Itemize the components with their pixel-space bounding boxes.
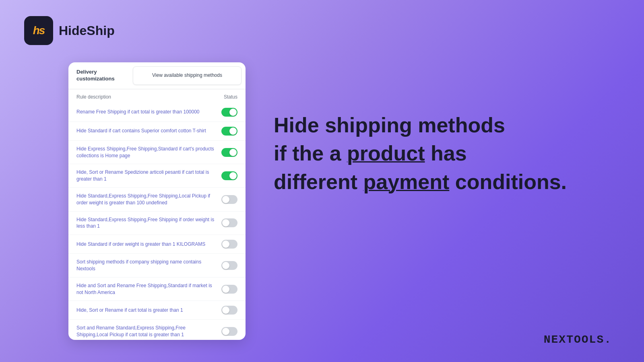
toggle-switch[interactable] xyxy=(221,195,237,204)
app-name: HideShip xyxy=(59,23,115,38)
table-header: Rule description Status xyxy=(68,89,246,103)
toggle-switch[interactable] xyxy=(221,261,237,270)
rule-text[interactable]: Hide, Sort or Rename if cart total is gr… xyxy=(76,307,221,314)
table-row: Hide Standard,Express Shipping,Free Ship… xyxy=(68,188,246,212)
rule-text[interactable]: Hide Express Shipping,Free Shipping,Stan… xyxy=(76,146,221,159)
hero-text: Hide shipping methods if the a product h… xyxy=(274,113,612,197)
app-header: hs HideShip xyxy=(24,16,115,45)
toggle-switch[interactable] xyxy=(221,108,237,117)
toggle-switch[interactable] xyxy=(221,240,237,249)
toggle-switch[interactable] xyxy=(221,306,237,315)
logo-box: hs xyxy=(24,16,53,45)
table-row: Hide and Sort and Rename Free Shipping,S… xyxy=(68,278,246,301)
rules-list: Rename Free Shipping if cart total is gr… xyxy=(68,103,246,340)
tab-view-methods[interactable]: View available shipping methods xyxy=(133,66,242,85)
table-row: Rename Free Shipping if cart total is gr… xyxy=(68,103,246,122)
table-row: Hide Standard if order weight is greater… xyxy=(68,235,246,254)
rule-text[interactable]: Hide and Sort and Rename Free Shipping,S… xyxy=(76,282,221,296)
col-status: Status xyxy=(224,94,237,100)
hero-line-3: different payment conditions. xyxy=(274,169,612,194)
rule-text[interactable]: Hide Standard,Express Shipping,Free Ship… xyxy=(76,193,221,206)
rule-text[interactable]: Hide Standard if cart contains Superior … xyxy=(76,128,221,134)
main-card: Delivery customizations View available s… xyxy=(68,62,246,340)
logo-text: hs xyxy=(33,24,45,37)
table-row: Sort shipping methods if company shippin… xyxy=(68,254,246,278)
nextools-logo: NEXTOOLS. xyxy=(544,333,612,346)
toggle-switch[interactable] xyxy=(221,327,237,336)
toggle-switch[interactable] xyxy=(221,148,237,157)
rule-text[interactable]: Hide Standard,Express Shipping,Free Ship… xyxy=(76,216,221,230)
rule-text[interactable]: Hide, Sort or Rename Spedizione articoli… xyxy=(76,169,221,183)
col-rule-description: Rule description xyxy=(76,94,111,100)
rule-text[interactable]: Rename Free Shipping if cart total is gr… xyxy=(76,109,221,115)
toggle-switch[interactable] xyxy=(221,127,237,136)
table-row: Hide Standard,Express Shipping,Free Ship… xyxy=(68,212,246,235)
rule-text[interactable]: Sort shipping methods if company shippin… xyxy=(76,259,221,272)
rule-text[interactable]: Hide Standard if order weight is greater… xyxy=(76,241,221,248)
toggle-switch[interactable] xyxy=(221,285,237,294)
toggle-switch[interactable] xyxy=(221,218,237,227)
table-row: Sort and Rename Standard,Express Shippin… xyxy=(68,320,246,340)
table-row: Hide Express Shipping,Free Shipping,Stan… xyxy=(68,141,246,165)
hero-line-2: if the a product has xyxy=(274,141,612,166)
tab-header: Delivery customizations View available s… xyxy=(68,62,246,89)
hero-line-1: Hide shipping methods xyxy=(274,113,612,138)
toggle-switch[interactable] xyxy=(221,171,237,180)
table-row: Hide, Sort or Rename if cart total is gr… xyxy=(68,301,246,320)
table-row: Hide, Sort or Rename Spedizione articoli… xyxy=(68,164,246,188)
table-row: Hide Standard if cart contains Superior … xyxy=(68,122,246,141)
rule-text[interactable]: Sort and Rename Standard,Express Shippin… xyxy=(76,325,221,338)
tab-delivery[interactable]: Delivery customizations xyxy=(68,62,133,89)
